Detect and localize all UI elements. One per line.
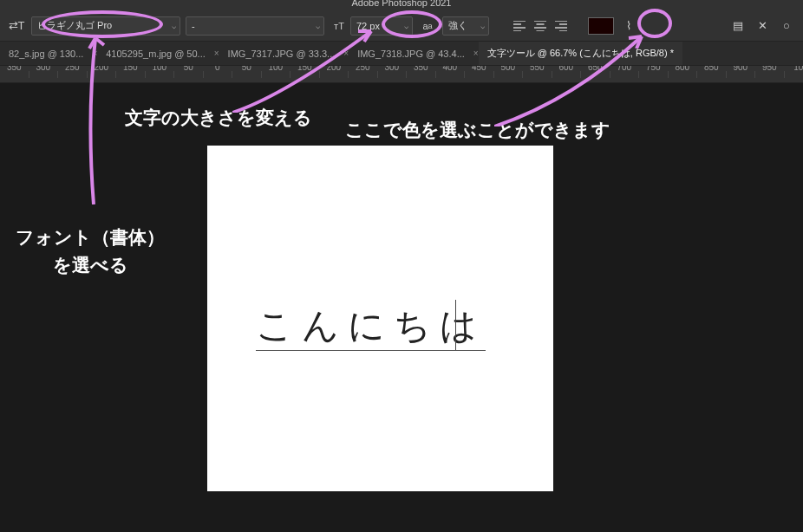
font-style-select[interactable]: - (186, 16, 324, 36)
text-layer-content[interactable]: こんにちは (256, 302, 486, 351)
ruler-tick: 650 (581, 71, 610, 78)
doc-tab-1[interactable]: 4105295_m.jpg @ 50... (97, 42, 214, 65)
ruler-tick: 450 (465, 71, 494, 78)
tab-label: IMG_7318.JPG @ 43.4... (357, 49, 465, 59)
horizontal-ruler: 3503002502001501005005010015020025030035… (0, 66, 803, 83)
ruler-tick: 150 (116, 71, 146, 78)
ruler-tick: 400 (436, 71, 466, 78)
cancel-icon[interactable]: ✕ (753, 16, 772, 36)
antialias-select[interactable]: 強く (442, 16, 489, 36)
ruler-tick: 600 (552, 71, 582, 78)
ruler-tick: 100 (146, 71, 175, 78)
ruler-tick: 200 (320, 71, 349, 78)
ruler-tick: 900 (727, 71, 756, 78)
canvas-area: こんにちは (0, 83, 803, 532)
ruler-tick: 500 (494, 71, 524, 78)
ruler-tick: 800 (669, 71, 698, 78)
document-tabs: 82_s.jpg @ 130... × 4105295_m.jpg @ 50..… (0, 42, 803, 66)
doc-tab-0[interactable]: 82_s.jpg @ 130... (0, 42, 92, 65)
commit-icon[interactable]: ○ (777, 16, 796, 36)
doc-tab-4[interactable]: 文字ツール @ 66.7% (こんにちは, RGB/8) * (479, 42, 682, 65)
ruler-tick: 700 (610, 71, 640, 78)
ruler-tick: 0 (204, 71, 233, 78)
align-left-button[interactable] (510, 17, 529, 35)
text-color-swatch[interactable] (588, 17, 614, 35)
tab-label: 82_s.jpg @ 130... (9, 49, 83, 59)
align-right-button[interactable] (552, 17, 571, 35)
font-family-select[interactable]: ヒラギノ丸ゴ Pro (31, 16, 180, 36)
ruler-tick: 950 (755, 71, 785, 78)
panel-icon[interactable]: ▤ (728, 16, 748, 36)
tab-label: 文字ツール @ 66.7% (こんにちは, RGB/8) * (487, 47, 674, 60)
ruler-tick: 550 (523, 71, 552, 78)
doc-tab-3[interactable]: IMG_7318.JPG @ 43.4... (349, 42, 473, 65)
ruler-tick: 50 (174, 71, 204, 78)
document-canvas[interactable]: こんにちは (207, 146, 553, 491)
ruler-tick: 250 (349, 71, 378, 78)
ruler-tick: 100 (262, 71, 291, 78)
font-size-select[interactable]: 72 px (350, 16, 413, 36)
text-cursor (455, 300, 456, 350)
ruler-tick: 300 (378, 71, 408, 78)
ruler-tick: 50 (232, 71, 262, 78)
font-style-value: - (192, 21, 195, 31)
align-center-button[interactable] (531, 17, 550, 35)
tab-label: 4105295_m.jpg @ 50... (106, 49, 206, 59)
app-title: Adobe Photoshop 2021 (352, 0, 452, 8)
ruler-tick: 300 (29, 71, 59, 78)
app-title-bar: Adobe Photoshop 2021 (0, 0, 803, 10)
font-size-icon: тT (330, 16, 349, 36)
ruler-tick: 10 (785, 71, 804, 78)
font-size-value: 72 px (356, 21, 380, 31)
ruler-tick: 350 (0, 71, 29, 78)
align-group (510, 17, 571, 35)
ruler-tick: 250 (58, 71, 88, 78)
aa-value: 強く (448, 19, 467, 32)
warp-text-icon[interactable]: ⌇ (619, 16, 638, 36)
ruler-tick: 850 (697, 71, 727, 78)
doc-tab-2[interactable]: IMG_7317.JPG @ 33.3... (219, 42, 344, 65)
font-family-value: ヒラギノ丸ゴ Pro (37, 19, 112, 32)
ruler-tick: 200 (88, 71, 117, 78)
text-orientation-icon[interactable]: ⇄T (7, 16, 26, 36)
ruler-tick: 350 (407, 71, 436, 78)
ruler-tick: 750 (639, 71, 669, 78)
ruler-tick: 150 (291, 71, 320, 78)
tab-label: IMG_7317.JPG @ 33.3... (228, 49, 336, 59)
type-options-bar: ⇄T ヒラギノ丸ゴ Pro - тT 72 px aa 強く ⌇ ▤ ✕ ○ (0, 10, 803, 42)
aa-icon: aa (418, 16, 437, 36)
